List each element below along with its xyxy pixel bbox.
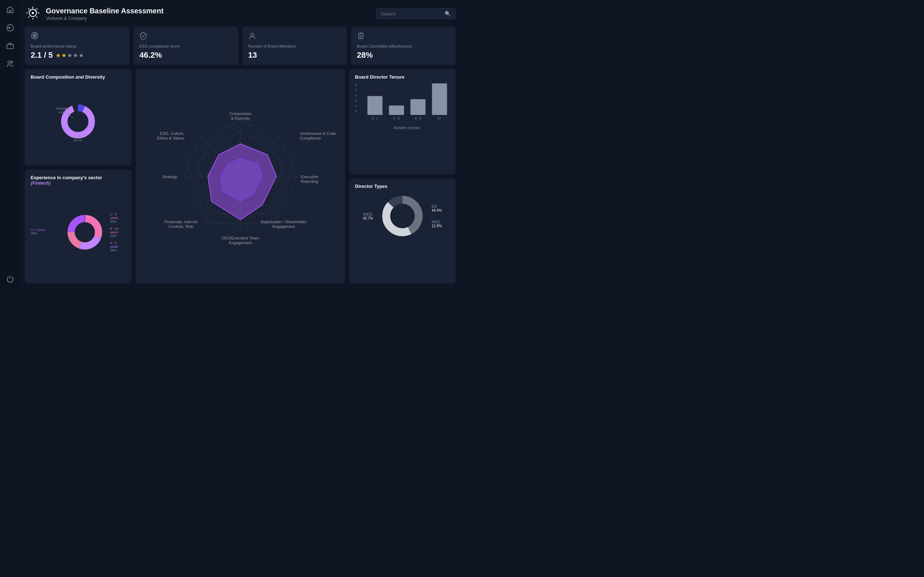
kpi-board-members-value: 13 (248, 50, 341, 60)
director-legend-left: INED42.7% (363, 212, 373, 220)
tenure-chart-subtitle: Number of years (364, 126, 450, 130)
stars: ★ ★ ★ ★ ★ (56, 52, 84, 59)
board-composition-card: Board Composition and Diversity Female 6… (25, 69, 131, 166)
kpi-committee: Board Committee effectiveness 28% (351, 27, 456, 65)
kpi-board-performance-value: 2.1 / 5 (31, 50, 53, 60)
tenure-bar-chart: 0 - 1 2 - 3 4 - 5 6+ (364, 83, 450, 123)
director-types-title: Director Types (355, 184, 450, 189)
app-logo (25, 5, 41, 23)
tenure-card: Board Director Tenure 0 1 2 3 4 5 (349, 69, 456, 174)
header-text: Governance Baseline Assessment Ventures … (46, 7, 163, 21)
svg-line-10 (28, 8, 29, 10)
svg-text:& Diversity: & Diversity (231, 116, 250, 121)
svg-text:6+: 6+ (438, 116, 441, 120)
svg-text:Reporting: Reporting (301, 179, 318, 184)
kpi-board-performance-label: Board performance rating: (31, 44, 123, 48)
kpi-committee-value: 28% (357, 50, 450, 60)
bottom-row: Board Composition and Diversity Female 6… (25, 69, 456, 284)
tenure-chart-area: 0 1 2 3 4 5 (355, 83, 450, 130)
svg-line-17 (30, 9, 31, 10)
sidebar-icon-home[interactable] (6, 6, 14, 14)
app-title: Governance Baseline Assessment (46, 7, 163, 15)
kpi-board-members-label: Number of Board Members (248, 44, 341, 48)
header: Governance Baseline Assessment Ventures … (25, 5, 456, 23)
director-ed: ED44.4% (432, 204, 442, 213)
svg-text:Engagement: Engagement (272, 224, 294, 229)
sector-experience-card: Experience in company's sector (Fintech)… (25, 170, 131, 284)
svg-point-5 (32, 12, 34, 14)
svg-point-31 (71, 114, 85, 129)
sector-legend-left: 11+ years25% (31, 228, 60, 237)
svg-rect-84 (389, 106, 404, 115)
app-subtitle: Ventures & Company (46, 16, 163, 21)
svg-text:Strategy: Strategy (162, 174, 177, 179)
svg-point-2 (8, 61, 10, 63)
svg-point-3 (10, 61, 13, 63)
svg-text:Female: Female (56, 107, 67, 110)
svg-point-94 (392, 205, 413, 227)
sector-donut-area: 11+ years25% (31, 189, 126, 275)
sidebar-icon-dashboard[interactable] (6, 24, 14, 32)
svg-line-13 (28, 16, 29, 18)
kpi-esg-value: 46.2% (139, 50, 232, 60)
svg-text:93.1%: 93.1% (74, 139, 82, 141)
svg-text:ESG, Culture,: ESG, Culture, (160, 131, 184, 135)
svg-line-16 (36, 11, 37, 11)
y-axis: 0 1 2 3 4 5 (355, 83, 357, 114)
sidebar-icon-power[interactable] (6, 275, 14, 283)
main-content: Governance Baseline Assessment Ventures … (20, 0, 462, 288)
right-column: Board Director Tenure 0 1 2 3 4 5 (349, 69, 456, 284)
kpi-board-performance: Board performance rating: 2.1 / 5 ★ ★ ★ … (25, 27, 129, 65)
svg-line-11 (36, 16, 37, 18)
search-icon: 🔍 (445, 11, 451, 16)
clipboard-icon (357, 32, 450, 41)
svg-rect-1 (6, 44, 13, 49)
kpi-esg: ESG compliance score 46.2% (134, 27, 238, 65)
sidebar-icon-briefcase[interactable] (6, 42, 14, 50)
tenure-title: Board Director Tenure (355, 74, 450, 80)
sector-legend-right: 1 - 2 years30% 6 - 10 years20% 3 - 5 yea… (110, 213, 126, 252)
director-ined: INED42.7% (363, 212, 373, 220)
target-icon (31, 32, 123, 41)
svg-line-15 (35, 9, 36, 10)
director-donut-chart (379, 193, 426, 239)
svg-text:Controls, Risk: Controls, Risk (168, 224, 193, 229)
board-composition-title: Board Composition and Diversity (31, 74, 126, 80)
svg-text:Stakeholder / Shareholder: Stakeholder / Shareholder (261, 220, 307, 224)
svg-line-18 (28, 11, 29, 11)
search-input[interactable] (381, 11, 442, 16)
svg-text:Male: Male (74, 135, 82, 139)
director-ned: NED12.8% (432, 220, 442, 228)
header-left: Governance Baseline Assessment Ventures … (25, 5, 163, 23)
radar-card: Composition & Diversity Governance & Cod… (136, 69, 345, 284)
director-donut-area: INED42.7% (355, 193, 450, 239)
left-column: Board Composition and Diversity Female 6… (25, 69, 131, 284)
kpi-committee-label: Board Committee effectiveness (357, 44, 450, 48)
svg-text:Executive: Executive (301, 174, 318, 179)
svg-text:Financials, Internal: Financials, Internal (164, 220, 197, 224)
svg-text:0 - 1: 0 - 1 (372, 116, 378, 120)
svg-text:CEO/Executive Team: CEO/Executive Team (221, 236, 259, 240)
svg-rect-86 (432, 83, 447, 115)
svg-text:Ethics & Values: Ethics & Values (157, 136, 184, 140)
kpi-row: Board performance rating: 2.1 / 5 ★ ★ ★ … (25, 27, 456, 65)
radar-grid: Composition & Diversity Governance & Cod… (157, 111, 336, 245)
svg-text:Compliance: Compliance (300, 136, 321, 140)
search-box[interactable]: 🔍 (376, 8, 456, 19)
radar-chart: Composition & Diversity Governance & Cod… (139, 90, 341, 263)
shield-icon (139, 32, 232, 41)
svg-text:6.9%: 6.9% (58, 111, 65, 114)
kpi-esg-label: ESG compliance score (139, 44, 232, 48)
composition-donut-chart: Female 6.9% Male 93.1% (55, 102, 102, 141)
svg-text:4 - 5: 4 - 5 (415, 116, 421, 120)
svg-point-24 (251, 33, 254, 36)
svg-text:Engagement: Engagement (229, 240, 251, 245)
user-icon (248, 32, 341, 41)
director-legend-right: ED44.4% NED12.8% (432, 204, 442, 228)
svg-rect-85 (410, 99, 426, 115)
sector-donut-chart (63, 211, 107, 254)
sidebar-icon-team[interactable] (6, 60, 14, 68)
kpi-board-members: Number of Board Members 13 (242, 27, 347, 65)
svg-rect-0 (9, 10, 11, 13)
svg-point-21 (34, 35, 36, 36)
